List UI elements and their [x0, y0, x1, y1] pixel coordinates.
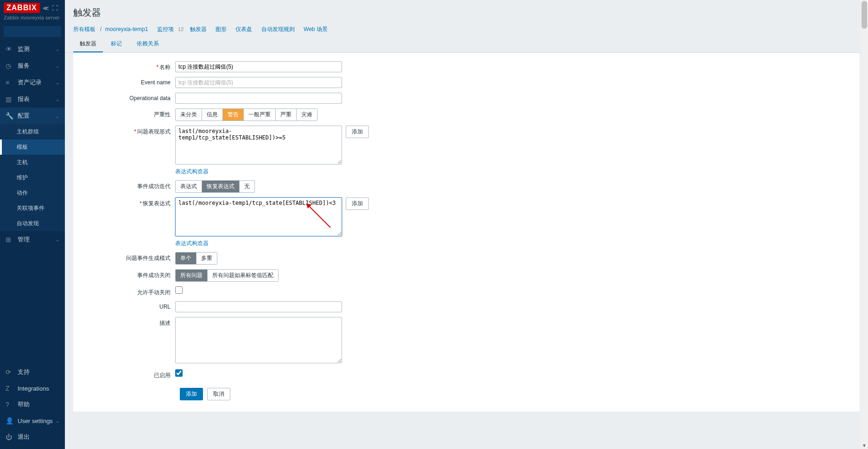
nav-help[interactable]: ?帮助 [0, 396, 65, 413]
breadcrumb: 所有模板/ mooreyxia-temp1 监控项 12 触发器 图形 仪表盘 … [65, 23, 868, 36]
evok-2[interactable]: 无 [240, 181, 254, 192]
bc-all-templates[interactable]: 所有模板 [73, 26, 95, 32]
nav-monitoring[interactable]: 👁监测⌄ [0, 41, 65, 57]
gear-icon: ⊞ [6, 236, 14, 243]
fullscreen-icon[interactable]: ⛶ [52, 5, 58, 12]
link-expr-constructor-1[interactable]: 表达式构造器 [175, 168, 209, 176]
list-icon: ≡ [6, 79, 14, 86]
tab-tags[interactable]: 标记 [104, 36, 128, 52]
label-manual-close: 允许手动关闭 [82, 286, 175, 297]
oc-1[interactable]: 所有问题如果标签值匹配 [208, 270, 278, 281]
nav-reports[interactable]: ▥报表⌄ [0, 91, 65, 108]
btn-submit[interactable]: 添加 [180, 388, 203, 400]
chevron-up-icon: ⌃ [56, 114, 59, 119]
bc-discovery[interactable]: 自动发现规则 [261, 26, 295, 32]
main: 触发器 所有模板/ mooreyxia-temp1 监控项 12 触发器 图形 … [65, 0, 868, 449]
textarea-recovery-expr[interactable] [175, 197, 342, 236]
label-recovery-expr: *恢复表达式 [82, 197, 175, 208]
wrench-icon: 🔧 [6, 112, 14, 120]
scroll-down-icon[interactable]: ▼ [861, 442, 868, 449]
btn-cancel[interactable]: 取消 [207, 388, 230, 400]
scrollbar-thumb[interactable] [862, 1, 867, 29]
sev-2[interactable]: 警告 [223, 109, 244, 120]
nav-support[interactable]: ⟳支持 [0, 364, 65, 380]
label-opdata: Operational data [82, 93, 175, 101]
sev-3[interactable]: 一般严重 [244, 109, 276, 120]
label-ok-close: 事件成功关闭 [82, 269, 175, 279]
sev-1[interactable]: 信息 [202, 109, 223, 120]
nav-inventory[interactable]: ≡资产记录⌄ [0, 74, 65, 91]
nav-sub-maintenance[interactable]: 维护 [0, 170, 65, 185]
chevron-down-icon: ⌄ [56, 47, 59, 52]
bc-template-name[interactable]: mooreyxia-temp1 [105, 26, 148, 32]
checkbox-manual-close[interactable] [175, 286, 183, 294]
input-opdata[interactable] [175, 93, 342, 104]
scrollbar[interactable]: ▲ ▼ [861, 0, 868, 449]
nav-sub-templates[interactable]: 模板 [0, 139, 65, 155]
checkbox-enabled[interactable] [175, 369, 183, 377]
logout-icon: ⏻ [6, 433, 14, 441]
evok-0[interactable]: 表达式 [176, 181, 202, 192]
sidebar-collapse-icon[interactable]: ≪ [43, 5, 49, 12]
header: 触发器 [65, 0, 868, 23]
bc-dashboards[interactable]: 仪表盘 [235, 26, 252, 32]
clock-icon: ◷ [6, 62, 14, 70]
label-event-name: Event name [82, 77, 175, 86]
label-problem-mode: 问题事件生成模式 [82, 252, 175, 262]
chevron-down-icon: ⌄ [56, 63, 59, 69]
search-box[interactable]: 🔍 [4, 26, 61, 37]
sidebar: ZABBIX ≪ ⛶ Zabbix mooreyxia server 🔍 👁监测… [0, 0, 65, 449]
problem-mode-group: 单个 多重 [175, 252, 217, 265]
help-icon: ? [6, 401, 14, 408]
nav-configuration[interactable]: 🔧配置⌃ [0, 108, 65, 124]
logo[interactable]: ZABBIX [4, 3, 40, 13]
textarea-problem-expr[interactable] [175, 126, 342, 164]
link-expr-constructor-2[interactable]: 表达式构造器 [175, 240, 209, 247]
nav-user-settings[interactable]: 👤User settings⌄ [0, 413, 65, 429]
bc-graphs[interactable]: 图形 [215, 26, 227, 32]
nav-logout[interactable]: ⏻退出 [0, 429, 65, 445]
btn-add-recovery-expr[interactable]: 添加 [346, 197, 369, 210]
pm-0[interactable]: 单个 [176, 253, 196, 264]
page-title: 触发器 [73, 6, 860, 19]
user-icon: 👤 [6, 417, 14, 424]
evok-1[interactable]: 恢复表达式 [202, 181, 240, 192]
nav-sub-hostgroups[interactable]: 主机群组 [0, 124, 65, 139]
tabs: 触发器 标记 依赖关系 [65, 36, 868, 53]
bc-web[interactable]: Web 场景 [304, 26, 328, 32]
btn-add-problem-expr[interactable]: 添加 [346, 126, 369, 138]
chevron-down-icon: ⌄ [56, 418, 59, 424]
nav-services[interactable]: ◷服务⌄ [0, 57, 65, 74]
tab-trigger[interactable]: 触发器 [73, 36, 103, 52]
nav-sub-actions[interactable]: 动作 [0, 185, 65, 201]
bc-items[interactable]: 监控项 [157, 26, 174, 32]
chart-icon: ▥ [6, 95, 14, 103]
nav-sub-hosts[interactable]: 主机 [0, 155, 65, 170]
label-url: URL [82, 301, 175, 310]
label-problem-expr: *问题表现形式 [82, 126, 175, 136]
sev-5[interactable]: 灾难 [297, 109, 317, 120]
input-name[interactable] [175, 61, 342, 72]
label-enabled: 已启用 [82, 369, 175, 379]
textarea-desc[interactable] [175, 317, 342, 363]
oc-0[interactable]: 所有问题 [176, 270, 208, 281]
nav-main: 👁监测⌄ ◷服务⌄ ≡资产记录⌄ ▥报表⌄ 🔧配置⌃ 主机群组 模板 主机 维护… [0, 41, 65, 364]
nav-config-sub: 主机群组 模板 主机 维护 动作 关联项事件 自动发现 [0, 124, 65, 231]
nav-sub-discovery[interactable]: 自动发现 [0, 216, 65, 231]
nav-sub-correlation[interactable]: 关联项事件 [0, 201, 65, 216]
sev-4[interactable]: 严重 [276, 109, 297, 120]
input-event-name[interactable] [175, 77, 342, 88]
chevron-down-icon: ⌄ [56, 237, 59, 242]
eye-icon: 👁 [6, 45, 14, 53]
nav-admin[interactable]: ⊞管理⌄ [0, 231, 65, 248]
form-panel: *名称 Event name Operational data 严重性 未分类 … [73, 53, 860, 411]
pm-1[interactable]: 多重 [196, 253, 217, 264]
server-name: Zabbix mooreyxia server [4, 15, 61, 20]
sev-0[interactable]: 未分类 [176, 109, 202, 120]
label-name: *名称 [82, 61, 175, 71]
tab-dependencies[interactable]: 依赖关系 [130, 36, 165, 52]
bc-triggers[interactable]: 触发器 [190, 26, 207, 32]
input-url[interactable] [175, 301, 342, 312]
label-severity: 严重性 [82, 108, 175, 119]
nav-integrations[interactable]: ZIntegrations [0, 380, 65, 396]
